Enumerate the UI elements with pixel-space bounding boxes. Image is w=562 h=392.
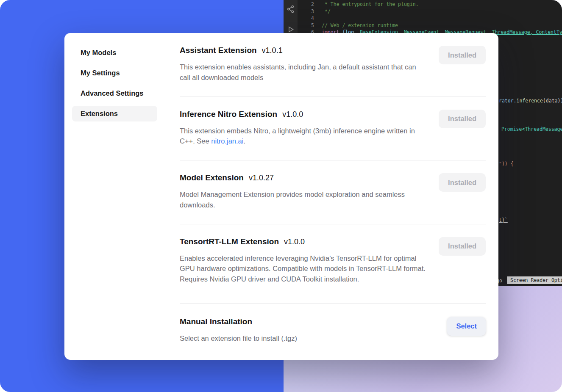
sidebar-item-my-settings[interactable]: My Settings <box>72 65 157 81</box>
extension-version: v1.0.1 <box>262 46 283 55</box>
extension-description: Model Management Extension provides mode… <box>180 189 428 210</box>
extension-row-model: Model Extensionv1.0.27 Model Management … <box>180 160 486 224</box>
git-fork-icon[interactable] <box>287 5 295 13</box>
sidebar-item-my-models[interactable]: My Models <box>72 45 157 61</box>
installed-button[interactable]: Installed <box>439 237 486 256</box>
code-fragment: rator.inference(data)); <box>499 97 562 105</box>
extension-row-tensorrt: TensortRT-LLM Extensionv1.0.0 Enables ac… <box>180 224 486 304</box>
settings-sidebar: My Models My Settings Advanced Settings … <box>64 33 165 360</box>
installed-button[interactable]: Installed <box>439 46 486 64</box>
line-number: 5 <box>301 22 314 29</box>
extension-row-assistant: Assistant Extensionv1.0.1 This extension… <box>180 33 486 97</box>
extension-description: Enables accelerated inference leveraging… <box>180 253 428 284</box>
manual-installation-description: Select an extension file to install (.tg… <box>180 333 297 344</box>
line-number: 4 <box>301 15 314 22</box>
extension-description: This extension enables assistants, inclu… <box>180 62 428 83</box>
manual-installation-title: Manual Installation <box>180 316 297 327</box>
extension-description: This extension embeds Nitro, a lightweig… <box>180 126 428 147</box>
line-number: 2 <box>301 1 314 8</box>
extension-name: Assistant Extension <box>180 46 257 55</box>
manual-installation-row: Manual Installation Select an extension … <box>180 304 486 344</box>
nitro-link[interactable]: nitro.jan.ai <box>211 137 243 145</box>
extension-title: TensortRT-LLM Extensionv1.0.0 <box>180 236 428 247</box>
extension-name: Inference Nitro Extension <box>180 110 277 119</box>
extension-version: v1.0.0 <box>284 237 305 246</box>
sidebar-item-advanced-settings[interactable]: Advanced Settings <box>72 86 157 101</box>
screen-reader-badge[interactable]: Screen Reader Optimize <box>507 276 562 284</box>
installed-button[interactable]: Installed <box>439 173 486 192</box>
line-number: 3 <box>301 8 314 15</box>
code-comment: // Web / extension runtime <box>322 22 398 28</box>
code-fragment: t}` <box>499 217 508 224</box>
code-fragment: Promise<ThreadMessage> <box>501 126 562 133</box>
code-comment: */ <box>325 8 331 14</box>
installed-button[interactable]: Installed <box>439 110 486 128</box>
extension-title: Assistant Extensionv1.0.1 <box>180 45 428 56</box>
extension-name: TensortRT-LLM Extension <box>180 237 279 246</box>
sidebar-item-extensions[interactable]: Extensions <box>72 106 157 121</box>
editor-code: * The entrypoint for the plugin. */ // W… <box>322 1 562 36</box>
code-comment: * The entrypoint for the plugin. <box>325 1 419 7</box>
extension-name: Model Extension <box>180 173 244 182</box>
code-fragment: ")) { <box>499 160 514 168</box>
extensions-panel: Assistant Extensionv1.0.1 This extension… <box>165 33 498 360</box>
run-debug-icon[interactable] <box>287 25 295 33</box>
editor-line-numbers: 2 3 4 5 6 <box>301 1 314 36</box>
extension-title: Inference Nitro Extensionv1.0.0 <box>180 109 428 120</box>
select-file-button[interactable]: Select <box>447 317 486 336</box>
settings-modal: My Models My Settings Advanced Settings … <box>64 33 498 360</box>
extension-row-nitro: Inference Nitro Extensionv1.0.0 This ext… <box>180 97 486 161</box>
screen: 2 3 4 5 6 * The entrypoint for the plugi… <box>0 0 562 392</box>
extension-title: Model Extensionv1.0.27 <box>180 172 428 183</box>
extension-version: v1.0.27 <box>249 174 274 182</box>
extension-version: v1.0.0 <box>282 110 303 119</box>
